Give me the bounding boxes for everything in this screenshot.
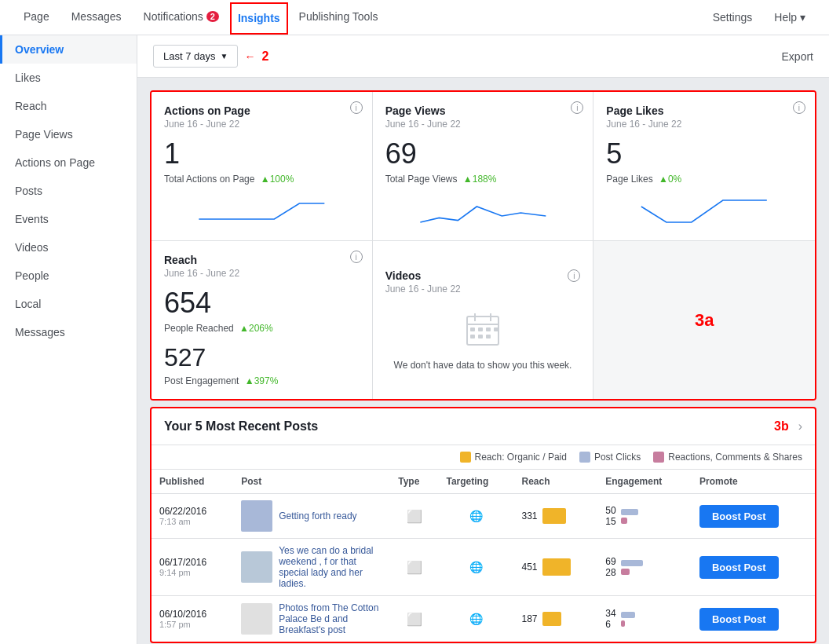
sidebar-item-people[interactable]: People bbox=[0, 262, 137, 290]
sidebar-item-events[interactable]: Events bbox=[0, 205, 137, 233]
stat-card-title: Actions on Page bbox=[164, 104, 360, 117]
nav-notifications[interactable]: Notifications 2 bbox=[133, 0, 230, 35]
stat-card-actions: Actions on Page June 16 - June 22 1 Tota… bbox=[152, 92, 373, 241]
post-type-cell: ⬜ bbox=[390, 539, 438, 596]
sidebar-item-local[interactable]: Local bbox=[0, 290, 137, 318]
post-time: 7:13 am bbox=[159, 517, 225, 526]
legend-label-clicks: Post Clicks bbox=[594, 452, 641, 463]
reach-bar bbox=[542, 558, 571, 576]
stat-card-page-likes: Page Likes June 16 - June 22 5 Page Like… bbox=[593, 92, 815, 241]
post-engagement-cell: 34 6 bbox=[597, 596, 692, 642]
annotation-3b: 3b bbox=[774, 419, 789, 434]
post-link[interactable]: Photos from The Cotton Palace Be d and B… bbox=[279, 602, 382, 635]
post-date-cell: 06/22/2016 7:13 am bbox=[152, 494, 233, 539]
post-thumbnail bbox=[241, 551, 272, 583]
svg-rect-5 bbox=[478, 327, 483, 331]
info-icon[interactable]: i bbox=[350, 101, 363, 114]
reach-bar-organic bbox=[542, 612, 561, 626]
stat-card-date: June 16 - June 22 bbox=[164, 268, 360, 279]
stat-label-text: Total Page Views bbox=[385, 174, 458, 185]
sidebar-item-overview[interactable]: Overview bbox=[0, 35, 137, 64]
stat-number: 69 bbox=[385, 137, 581, 170]
boost-post-button[interactable]: Boost Post bbox=[699, 505, 779, 528]
stats-grid: Actions on Page June 16 - June 22 1 Tota… bbox=[150, 90, 816, 401]
engagement-reactions: 15 bbox=[605, 516, 615, 527]
sidebar-item-posts[interactable]: Posts bbox=[0, 177, 137, 205]
stat-card-date: June 16 - June 22 bbox=[606, 119, 802, 130]
svg-rect-8 bbox=[470, 335, 475, 338]
nav-settings[interactable]: Settings bbox=[702, 0, 764, 35]
post-targeting-cell: 🌐 bbox=[439, 596, 514, 642]
engagement-bar-clicks bbox=[621, 560, 643, 566]
reach-bar-organic bbox=[542, 508, 566, 524]
stat-label-text-2: Post Engagement bbox=[164, 375, 239, 386]
nav-publishing-tools[interactable]: Publishing Tools bbox=[288, 0, 389, 35]
reach-number: 331 bbox=[522, 510, 538, 521]
sidebar-item-likes[interactable]: Likes bbox=[0, 64, 137, 92]
red-arrow-indicator: ← bbox=[244, 50, 255, 63]
engagement-numbers: 69 28 bbox=[605, 556, 615, 578]
stat-card-gray: 3a bbox=[593, 241, 815, 399]
col-promote: Promote bbox=[692, 470, 815, 494]
col-published: Published bbox=[152, 470, 233, 494]
engagement-clicks: 34 bbox=[605, 608, 615, 619]
stat-number: 1 bbox=[164, 137, 360, 170]
notifications-label: Notifications bbox=[144, 10, 203, 23]
svg-rect-10 bbox=[486, 335, 491, 338]
notification-badge: 2 bbox=[206, 11, 219, 22]
sidebar-item-messages[interactable]: Messages bbox=[0, 318, 137, 346]
stat-card-date: June 16 - June 22 bbox=[164, 119, 360, 130]
post-link[interactable]: Yes we can do a bridal weekend , f or th… bbox=[279, 545, 382, 589]
post-targeting-cell: 🌐 bbox=[439, 494, 514, 539]
stat-change: ▲206% bbox=[239, 323, 273, 334]
posts-title: Your 5 Most Recent Posts bbox=[164, 419, 318, 434]
reach-number: 451 bbox=[522, 562, 538, 573]
globe-icon: 🌐 bbox=[469, 561, 483, 573]
stat-change: ▲100% bbox=[261, 174, 294, 185]
post-engagement-cell: 69 28 bbox=[597, 539, 692, 596]
engagement-clicks: 50 bbox=[605, 505, 615, 516]
post-thumbnail bbox=[241, 603, 272, 635]
engagement-reactions: 6 bbox=[605, 619, 615, 630]
sidebar-item-reach[interactable]: Reach bbox=[0, 92, 137, 120]
post-reach-cell: 451 bbox=[514, 539, 598, 596]
post-link[interactable]: Getting forth ready bbox=[279, 510, 356, 521]
annotation-3a: 3a bbox=[695, 310, 714, 331]
col-reach: Reach bbox=[514, 470, 598, 494]
posts-legend: Reach: Organic / Paid Post Clicks Reacti… bbox=[152, 445, 815, 470]
legend-item-reactions: Reactions, Comments & Shares bbox=[653, 452, 802, 463]
stat-card-title: Reach bbox=[164, 254, 360, 266]
globe-icon: 🌐 bbox=[469, 510, 483, 522]
stat-change-2: ▲397% bbox=[245, 375, 279, 386]
boost-post-button[interactable]: Boost Post bbox=[699, 608, 779, 631]
boost-post-button[interactable]: Boost Post bbox=[699, 556, 779, 579]
sidebar-item-actions-on-page[interactable]: Actions on Page bbox=[0, 148, 137, 177]
stat-change: ▲0% bbox=[659, 174, 681, 185]
mini-chart-likes bbox=[606, 194, 802, 225]
chevron-right-icon[interactable]: › bbox=[798, 419, 802, 434]
info-icon[interactable]: i bbox=[350, 251, 363, 263]
nav-messages[interactable]: Messages bbox=[60, 0, 133, 35]
sidebar-item-videos[interactable]: Videos bbox=[0, 233, 137, 262]
post-targeting-cell: 🌐 bbox=[439, 539, 514, 596]
reach-bar bbox=[542, 508, 566, 524]
export-button[interactable]: Export bbox=[782, 50, 813, 63]
table-row: 06/10/2016 1:57 pm Photos from The Cotto… bbox=[152, 596, 815, 642]
info-icon[interactable]: i bbox=[571, 101, 583, 114]
nav-insights[interactable]: Insights bbox=[230, 2, 288, 35]
sidebar-item-page-views[interactable]: Page Views bbox=[0, 120, 137, 148]
engagement-bars bbox=[621, 612, 635, 627]
col-type: Type bbox=[390, 470, 438, 494]
nav-help[interactable]: Help ▾ bbox=[763, 0, 816, 35]
mini-chart-actions bbox=[164, 194, 360, 225]
post-content-cell: Getting forth ready bbox=[233, 494, 390, 539]
post-promote-cell: Boost Post bbox=[692, 596, 815, 642]
info-icon[interactable]: i bbox=[793, 101, 805, 114]
date-range-button[interactable]: Last 7 days ▼ bbox=[153, 45, 238, 68]
legend-item-clicks: Post Clicks bbox=[579, 452, 641, 463]
table-row: 06/17/2016 9:14 pm Yes we can do a brida… bbox=[152, 539, 815, 596]
col-engagement: Engagement bbox=[597, 470, 692, 494]
overview-header: Last 7 days ▼ ← 2 Export bbox=[137, 35, 829, 78]
nav-page[interactable]: Page bbox=[13, 0, 60, 35]
stat-card-date: June 16 - June 22 bbox=[385, 284, 581, 295]
